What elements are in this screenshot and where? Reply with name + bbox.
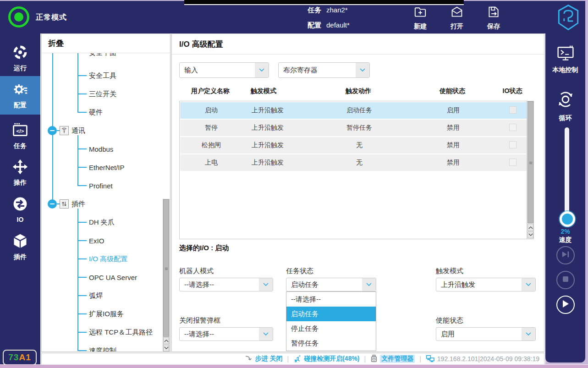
tree-connector [77,185,87,186]
tree-connector [77,167,87,168]
sidebar-item-run[interactable]: 运行 [0,40,40,76]
io-state-checkbox[interactable] [509,124,517,131]
register-type-select[interactable]: 布尔寄存器 [278,62,370,78]
dropdown-option[interactable]: 暂停任务 [286,336,376,351]
io-state-checkbox[interactable] [509,106,517,114]
divider: | [287,355,289,363]
status-bar: 步进 关闭 | 碰撞检测开启(48%) | 文件管理器 | 192.168.2.… [41,353,544,365]
task-name: zhan2* [326,6,348,14]
config-label: 配置 [308,21,321,30]
tree-item-dh-gripper[interactable]: DH 夹爪 [77,217,115,227]
new-file-icon [413,13,428,21]
file-manager-button[interactable]: 文件管理器 [370,354,415,364]
save-button[interactable]: 保存 [482,5,505,31]
dropdown-option[interactable]: --请选择-- [286,292,376,307]
dropdown-option[interactable]: 停止任务 [286,321,376,336]
table-row[interactable]: 上电 上升沿触发 无 禁用 [180,154,527,171]
speed-slider-handle[interactable] [560,211,575,227]
tree-item-three-position-switch[interactable]: 三位开关 [77,89,116,99]
tree-item-safety-tool[interactable]: 安全工具 [77,71,116,81]
antenna-icon [60,126,69,135]
right-sidebar: 本地控制 循环 2% 速度 [545,33,585,363]
enable-state-select[interactable]: 启用 [436,327,536,341]
collapse-all-button[interactable]: 折叠 [48,38,64,49]
trigger-mode-select[interactable]: 上升沿触发 [436,278,536,291]
brand-logo [555,3,582,32]
tree-connector [77,112,87,113]
divider: | [419,355,421,363]
tree-scroll-down-button[interactable] [163,345,169,352]
robot-mode-select[interactable]: --请选择-- [179,278,273,291]
run-icon [12,44,28,62]
loop-button[interactable]: 循环 [545,89,585,122]
tree-branch-plugin[interactable]: 插件 [48,199,85,209]
task-state-select[interactable]: 启动任务 [286,278,376,291]
tree-item-modbus[interactable]: Modbus [77,144,113,154]
tree-header: 折叠 [42,34,170,53]
local-control-button[interactable]: 本地控制 [545,45,585,74]
step-forward-button[interactable] [556,246,575,264]
tree-connector [77,135,78,186]
sidebar-item-io[interactable]: IO [0,192,40,227]
table-row[interactable]: 启动 上升沿触发 启动任务 启用 [180,102,527,119]
table-scroll-down-button[interactable] [528,231,533,238]
io-state-checkbox[interactable] [509,159,517,166]
io-direction-select[interactable]: 输入 [179,62,269,78]
gear-icon [12,81,28,99]
close-alarm-popup-select[interactable]: --请选择-- [179,327,273,341]
sidebar-item-config[interactable]: 配置 [0,76,40,115]
tree-connector [77,313,87,314]
tree-item-extended-io-service[interactable]: 扩展IO服务 [77,309,124,319]
tree-item-io-advanced-config[interactable]: I/O 高级配置 [77,254,127,264]
speed-slider-track[interactable] [565,127,569,221]
sidebar-item-operate[interactable]: 操作 [0,155,40,191]
step-mode-status[interactable]: 步进 关闭 [245,355,283,363]
sidebar-item-task[interactable]: </> 任务 [0,118,40,154]
divider: | [364,355,366,363]
stop-icon [562,275,569,285]
tree-item-hardware[interactable]: 硬件 [77,107,103,117]
task-state-label: 任务状态 [286,267,313,275]
tree-item-exio[interactable]: ExIO [77,236,104,246]
tree-item-ethernet-ip[interactable]: EtherNet/IP [77,162,125,172]
tree-scroll-up-button[interactable] [163,337,169,344]
tree-item-speed-control[interactable]: 速度控制 [77,346,116,352]
tree-connector [77,240,87,241]
collision-detection-status[interactable]: 碰撞检测开启(48%) [293,354,359,364]
network-icon [426,355,435,363]
tree-connector [77,332,87,333]
play-button[interactable] [556,296,575,314]
page-title: I/O 高级配置 [179,39,223,49]
chevron-down-icon [522,328,535,341]
speed-value: 2% [545,228,585,235]
table-scrollbar-thumb[interactable] [528,101,533,223]
new-button[interactable]: 新建 [409,5,432,31]
open-button[interactable]: 打开 [445,5,468,31]
collapse-node-icon[interactable] [48,126,57,135]
io-config-table: 启动 上升沿触发 启动任务 启用 暂停 上升沿触发 暂停任务 禁用 松抱闸 上升… [179,101,534,239]
dropdown-option-selected[interactable]: 启动任务 [286,307,376,321]
tree-item-remote-tcp-tool-path[interactable]: 远程 TCP＆工具路径 [77,327,153,337]
table-row[interactable]: 松抱闸 上升沿触发 无 禁用 [180,137,527,154]
io-state-checkbox[interactable] [509,141,517,148]
task-label: 任务 [308,6,321,15]
tree-branch-communication[interactable]: 通讯 [48,126,85,136]
table-row[interactable]: 暂停 上升沿触发 暂停任务 禁用 [180,120,527,136]
robot-status-light [8,6,29,27]
stop-button[interactable] [556,271,575,289]
open-file-icon [450,13,464,21]
save-icon [486,13,501,21]
table-scrollbar[interactable] [527,101,533,239]
tree-scrollbar[interactable] [163,199,170,352]
tree-connector [77,277,87,278]
status-badge: 73A1 [3,350,37,365]
tree-item-profinet[interactable]: Profinet [77,181,113,191]
play-icon [561,299,570,310]
tree-scrollbar-thumb[interactable] [163,199,169,337]
sidebar-item-plugin[interactable]: 插件 [0,229,40,265]
tree-item-arc-welding[interactable]: 弧焊 [77,291,103,301]
terminal-icon [556,45,575,63]
collapse-node-icon[interactable] [48,199,57,209]
tree-item-opc-ua-server[interactable]: OPC UA Server [77,272,137,282]
table-scroll-up-button[interactable] [528,224,533,231]
